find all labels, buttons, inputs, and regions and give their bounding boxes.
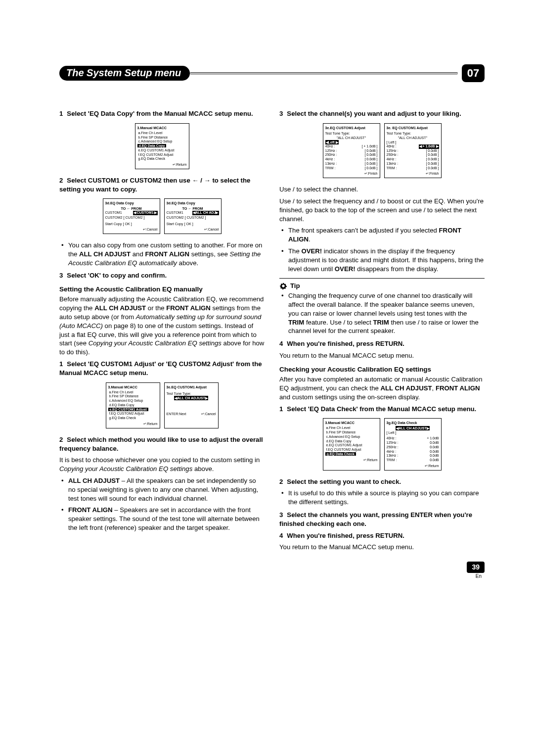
lcd-panel-copy-a: 3d.EQ Data CopyTO ← FROMCUSTOM1◀ CUSTOM1… [103, 198, 160, 234]
step-num: 1 [59, 110, 63, 117]
step-label: Select CUSTOM1 or CUSTOM2 then use ← / →… [59, 177, 250, 193]
note-item: It is useful to do this while a source i… [288, 489, 485, 507]
note-list: It is useful to do this while a source i… [279, 489, 485, 507]
gear-icon [279, 282, 287, 290]
section-title: The System Setup menu [59, 66, 190, 81]
step-num: 4 [279, 532, 283, 539]
instruction: Use / to select the channel. [279, 185, 485, 194]
page-number-badge: 39 [467, 562, 485, 573]
rstep-4: 4When you're finished, press RETURN. [279, 339, 485, 348]
step-num: 2 [59, 177, 63, 184]
note-item: You can also copy from one custom settin… [68, 241, 265, 267]
note-item: The front speakers can't be adjusted if … [288, 226, 485, 244]
right-column: 3Select the channel(s) you want and adju… [279, 109, 485, 580]
panel-group-5: 3.Manual MCACC a.Fine Ch Level b.Fine SP… [279, 418, 485, 470]
step-label: Select the channels you want, pressing E… [279, 511, 472, 527]
lcd-panel-mcacc: 3.Manual MCACC a.Fine Ch Level b.Fine SP… [135, 123, 189, 169]
step-num: 3 [279, 110, 283, 117]
tip-list: Changing the frequency curve of one chan… [279, 291, 485, 335]
two-column-layout: 1Select 'EQ Data Copy' from the Manual M… [59, 109, 485, 580]
step-label: Select 'OK' to copy and confirm. [67, 272, 167, 279]
lcd-panel-copy-b: 3d.EQ Data CopyTO ← FROMCUSTOM1◀ALL CH A… [164, 198, 222, 234]
lcd-panel-adjust-a: 3e.EQ CUSTOM1 AdjustTest Tone Type:"ALL … [323, 123, 380, 178]
step-num: 2 [279, 478, 283, 485]
cstep-2: 2Select the setting you want to check. [279, 477, 485, 486]
step-label: When you're finished, press RETURN. [287, 532, 404, 539]
notes-right: The front speakers can't be adjusted if … [279, 226, 485, 273]
note-list: You can also copy from one custom settin… [59, 241, 265, 267]
page-language: En [279, 573, 485, 580]
subheading-check-eq: Checking your Acoustic Calibration EQ se… [279, 365, 485, 374]
paragraph: You return to the Manual MCACC setup men… [279, 543, 485, 552]
step-num: 2 [59, 436, 63, 443]
lcd-panel-adjust-b: 3e. EQ CUSTOM1 AdjustTest Tone Type:"ALL… [384, 123, 442, 178]
instruction: Use / to select the frequency and / to b… [279, 197, 485, 223]
left-column: 1Select 'EQ Data Copy' from the Manual M… [59, 109, 265, 580]
lcd-panel-mcacc-2: 3.Manual MCACC a.Fine Ch Level b.Fine SP… [106, 382, 160, 428]
step-label: Select which method you would like to us… [59, 436, 263, 452]
paragraph: After you have completed an automatic or… [279, 375, 485, 401]
lcd-panel-data-check: 3g.EQ Data Check◀ALL CH ADJUST▶[ Left ]4… [384, 418, 442, 470]
header-rule [190, 72, 458, 74]
mstep-1: 1Select 'EQ CUSTOM1 Adjust' or 'EQ CUSTO… [59, 360, 265, 378]
panel-group-3: 3.Manual MCACC a.Fine Ch Level b.Fine SP… [59, 382, 265, 428]
tip-item: Changing the frequency curve of one chan… [288, 291, 485, 335]
page-header: The System Setup menu 07 [59, 64, 485, 82]
subheading-manual-eq: Setting the Acoustic Calibration EQ manu… [59, 285, 265, 294]
cstep-1: 1Select 'EQ Data Check' from the Manual … [279, 405, 485, 414]
step-label: When you're finished, press RETURN. [287, 340, 404, 347]
rstep-3: 3Select the channel(s) you want and adju… [279, 109, 485, 118]
page-footer: 39 En [279, 562, 485, 579]
step-label: Select 'EQ Data Check' from the Manual M… [287, 405, 476, 413]
step-1: 1Select 'EQ Data Copy' from the Manual M… [59, 109, 265, 118]
step-num: 3 [59, 272, 63, 279]
step-num: 1 [59, 360, 63, 368]
paragraph: You return to the Manual MCACC setup men… [279, 351, 485, 360]
step-num: 1 [279, 405, 283, 413]
method-front-align: FRONT ALIGN – Speakers are set in accord… [68, 506, 265, 532]
tip-label: Tip [290, 282, 300, 290]
step-label: Select 'EQ Data Copy' from the Manual MC… [67, 110, 253, 117]
page: The System Setup menu 07 1Select 'EQ Dat… [0, 0, 534, 600]
lcd-panel-custom-adjust: 3e.EQ CUSTOM1 AdjustTest Tone Type:◀ALL … [164, 382, 219, 428]
panel-group-1: 3.Manual MCACC a.Fine Ch Level b.Fine SP… [59, 123, 265, 169]
paragraph: It is best to choose whichever one you c… [59, 456, 265, 473]
cstep-4: 4When you're finished, press RETURN. [279, 531, 485, 540]
note-item: The OVER! indicator shows in the display… [288, 247, 485, 273]
step-label: Select the channel(s) you want and adjus… [287, 110, 461, 117]
step-3: 3Select 'OK' to copy and confirm. [59, 271, 265, 280]
method-all-ch: ALL CH ADJUST – All the speakers can be … [68, 476, 265, 503]
step-num: 4 [279, 340, 283, 347]
step-2: 2Select CUSTOM1 or CUSTOM2 then use ← / … [59, 176, 265, 194]
panel-group-2: 3d.EQ Data CopyTO ← FROMCUSTOM1◀ CUSTOM1… [59, 198, 265, 234]
step-label: Select the setting you want to check. [287, 478, 401, 485]
step-label: Select 'EQ CUSTOM1 Adjust' or 'EQ CUSTOM… [59, 360, 262, 377]
method-list: ALL CH ADJUST – All the speakers can be … [59, 476, 265, 532]
step-num: 3 [279, 511, 283, 519]
tip-heading: Tip [279, 278, 485, 290]
lcd-panel-mcacc-3: 3.Manual MCACC a.Fine Ch Level b.Fine SP… [323, 418, 380, 470]
panel-group-4: 3e.EQ CUSTOM1 AdjustTest Tone Type:"ALL … [279, 123, 485, 178]
chapter-number-badge: 07 [462, 64, 485, 82]
cstep-3: 3Select the channels you want, pressing … [279, 511, 485, 528]
mstep-2: 2Select which method you would like to u… [59, 435, 265, 453]
paragraph: Before manually adjusting the Acoustic C… [59, 295, 265, 357]
